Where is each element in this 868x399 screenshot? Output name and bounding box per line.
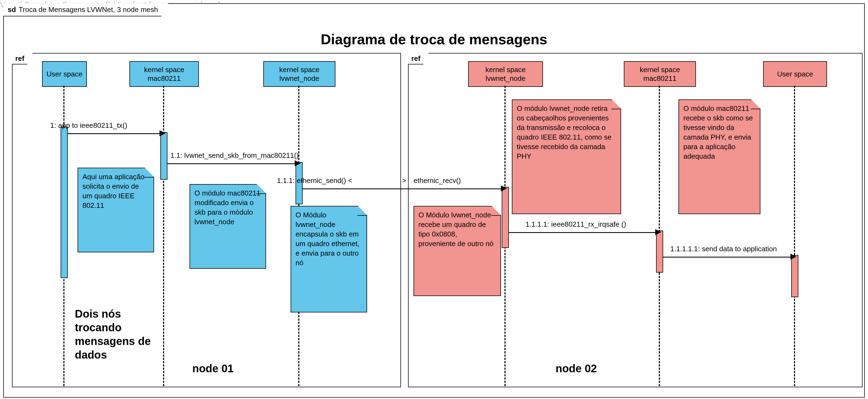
note-node-encaps: O Módulo lvwnet_node encapsula o skb em … — [290, 206, 367, 312]
note-app-request-text: Aqui uma aplicação solicita o envio de u… — [83, 173, 145, 210]
msg-1-1-line — [167, 163, 295, 164]
msg-1-arrow — [159, 130, 165, 136]
note-node-strip-text: O módulo lvwnet_node retira os cabeçaolh… — [517, 104, 612, 160]
msg-1-1-1-1-label: 1.1.1.1: ieee80211_rx_irqsafe () — [526, 220, 626, 228]
activation-mac-right — [656, 231, 663, 273]
note-mac-send-text: O módulo mac80211 modificado envia o skb… — [194, 189, 260, 226]
msg-1-1-1-label-left: 1.1.1: ethernic_send() < — [277, 177, 352, 185]
msg-1-1-1-1-1-label: 1.1.1.1.1: send data to application — [670, 245, 777, 253]
note-node-recv-text: O Módulo lvwnet_node recebe um quadro de… — [418, 211, 494, 248]
ref-label-right: ref — [408, 53, 429, 64]
note-node-encaps-text: O Módulo lvwnet_node encapsula o skb em … — [296, 211, 360, 267]
msg-1-1-1-1-line — [508, 232, 656, 233]
msg-1-line — [67, 133, 160, 134]
note-node-strip: O módulo lvwnet_node retira os cabeçaolh… — [512, 99, 621, 214]
activation-user-right — [791, 255, 798, 297]
note-mac-recv-text: O módulo mac80211 recebe o skb como se t… — [683, 104, 753, 160]
activation-node-right — [502, 187, 509, 248]
msg-1-1-1-1-1-line — [662, 257, 791, 257]
note-ear-icon — [612, 99, 621, 109]
activation-mac-left — [160, 132, 167, 180]
note-ear-icon — [492, 206, 501, 215]
msg-1-1-arrow — [295, 160, 301, 166]
ref-label-left: ref — [12, 53, 33, 64]
diagram-title: Diagrama de troca de mensagens — [4, 31, 864, 48]
note-ear-icon — [358, 206, 367, 215]
lifeline-head-user-left: User space — [42, 61, 87, 87]
lifeline-user-right — [794, 86, 795, 386]
msg-1-1-1-1-arrow — [655, 229, 661, 235]
msg-1-1-1-arrow — [501, 185, 507, 191]
lifeline-head-node-right: kernel space lvwnet_node — [468, 61, 543, 87]
note-ear-icon — [145, 168, 154, 177]
msg-1-1-1-label-right: ethernic_recv() — [413, 177, 461, 185]
label-two-nodes: Dois nós trocando mensagens de dados — [75, 307, 168, 362]
msg-1-1-1-label-mid: > — [402, 177, 406, 185]
lifeline-head-mac-right: kernel space mac80211 — [624, 61, 696, 87]
note-mac-send: O módulo mac80211 modificado envia o skb… — [190, 184, 266, 269]
sd-title: Troca de Mensagens LVWNet, 3 node mesh — [19, 5, 158, 14]
msg-1-1-1-1-1-arrow — [790, 254, 797, 260]
sd-prefix: sd — [8, 5, 16, 14]
sd-frame: sd Troca de Mensagens LVWNet, 3 node mes… — [3, 3, 865, 398]
label-node-01: node 01 — [192, 362, 234, 375]
msg-1-label: 1: app to ieee80211_tx() — [50, 121, 127, 130]
note-ear-icon — [257, 184, 266, 193]
label-node-02: node 02 — [556, 362, 597, 375]
msg-1-1-label: 1.1: lvwnet_send_skb_from_mac80211() — [170, 151, 299, 160]
lifeline-head-mac-left: kernel space mac80211 — [129, 61, 199, 87]
note-node-recv: O Módulo lvwnet_node recebe um quadro de… — [413, 206, 501, 296]
lifeline-head-user-right: User space — [763, 61, 827, 87]
note-app-request: Aqui uma aplicação solicita o envio de u… — [78, 168, 154, 252]
note-mac-recv: O módulo mac80211 recebe o skb como se t… — [678, 99, 761, 214]
lifeline-head-node-left: kernel space lvwnet_node — [263, 61, 335, 87]
msg-1-1-1-line — [302, 188, 501, 189]
activation-user-left — [61, 127, 68, 278]
sd-frame-label: sd Troca de Mensagens LVWNet, 3 node mes… — [3, 3, 168, 17]
note-ear-icon — [751, 99, 761, 109]
